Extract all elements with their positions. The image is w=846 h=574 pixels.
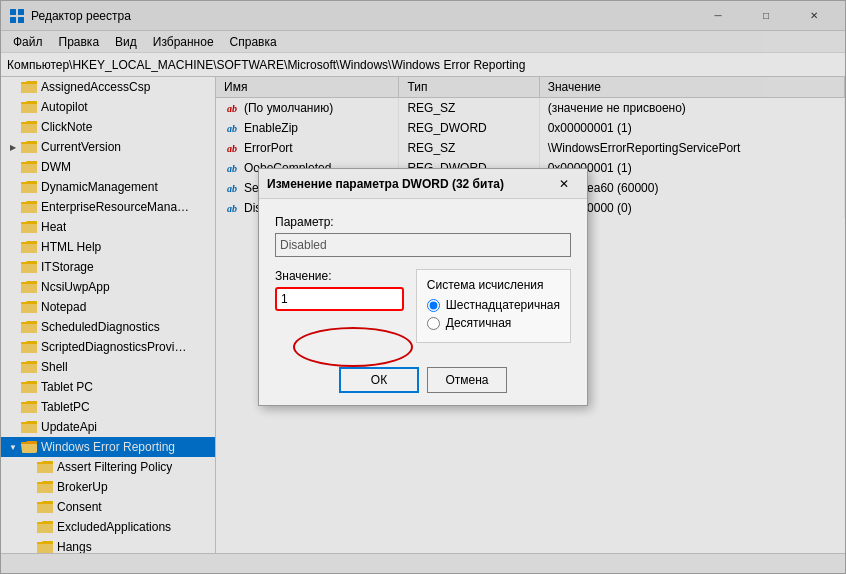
value-row: Значение: Система исчисления Шестнадцате…	[275, 269, 571, 343]
dialog-close-button[interactable]: ✕	[549, 170, 579, 198]
radio-hex-label: Шестнадцатеричная	[446, 298, 560, 312]
radio-hex-option[interactable]: Шестнадцатеричная	[427, 298, 560, 312]
radio-dec-option[interactable]: Десятичная	[427, 316, 560, 330]
number-system-group: Система исчисления Шестнадцатеричная Дес…	[416, 269, 571, 343]
cancel-button[interactable]: Отмена	[427, 367, 507, 393]
modal-overlay: Изменение параметра DWORD (32 бита) ✕ Па…	[1, 1, 845, 573]
value-input-wrap: Значение:	[275, 269, 404, 323]
radio-hex[interactable]	[427, 299, 440, 312]
modal-title-bar: Изменение параметра DWORD (32 бита) ✕	[259, 169, 587, 199]
modal-title: Изменение параметра DWORD (32 бита)	[267, 177, 549, 191]
dword-dialog: Изменение параметра DWORD (32 бита) ✕ Па…	[258, 168, 588, 406]
param-label: Параметр:	[275, 215, 571, 229]
radio-group-title: Система исчисления	[427, 278, 560, 292]
param-input[interactable]	[275, 233, 571, 257]
ok-button[interactable]: ОК	[339, 367, 419, 393]
modal-body: Параметр: Значение: Система исчисления Ш…	[259, 199, 587, 359]
radio-dec[interactable]	[427, 317, 440, 330]
value-label: Значение:	[275, 269, 404, 283]
modal-footer: ОК Отмена	[259, 359, 587, 405]
value-input[interactable]	[275, 287, 404, 311]
radio-dec-label: Десятичная	[446, 316, 512, 330]
